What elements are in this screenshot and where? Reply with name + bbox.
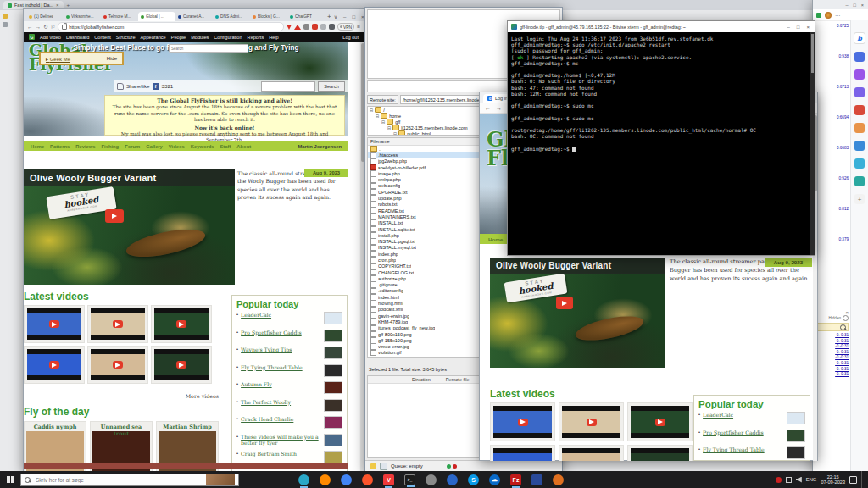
fly-card-title[interactable]: Unnamed sea trout (92, 424, 150, 431)
sidebar-icon[interactable] (854, 52, 865, 62)
taskbar-app-icon[interactable] (447, 474, 458, 485)
vpn-badge[interactable]: VPN (337, 23, 354, 30)
sidebar-icon[interactable] (854, 158, 865, 169)
site-search-input[interactable] (261, 81, 315, 92)
terminal-output[interactable]: Last login: Thu Aug 24 11:36:17 2023 fro… (508, 32, 810, 255)
article-title[interactable]: Olive Wooly Bugger Variant (490, 258, 665, 274)
nav-username[interactable]: Martin Joergensen (298, 144, 342, 149)
admin-menu-item[interactable]: Structure (116, 35, 136, 40)
reload-icon[interactable]: ↻ (43, 24, 47, 30)
popular-link[interactable]: Fly Tying Thread Table (241, 364, 321, 371)
queue-remote-file-header[interactable]: Remote file (446, 377, 470, 382)
taskbar-app-icon[interactable] (362, 474, 373, 485)
taskbar-app-icon[interactable] (553, 474, 564, 485)
url-input[interactable] (69, 25, 280, 30)
tray-app-icon[interactable] (776, 477, 782, 483)
timestamp-link[interactable]: -0.-0:31 (815, 333, 849, 339)
sidebar-icon[interactable] (854, 69, 865, 80)
menu-icon[interactable]: ≡ (357, 24, 360, 30)
admin-menu-item[interactable]: Help (269, 35, 279, 40)
video-thumbnail[interactable] (151, 346, 212, 384)
camera-extension-icon[interactable] (303, 24, 309, 30)
bookmark-icon[interactable]: ⚐ (50, 24, 55, 30)
link-fragment[interactable]: 0:6683 (815, 146, 849, 150)
taskbar-app-icon[interactable] (298, 474, 309, 485)
extension-icon[interactable] (816, 13, 821, 18)
clock[interactable]: 22:15 07-09-2023 (821, 474, 845, 485)
back-icon[interactable]: ← (485, 105, 491, 111)
terminal-scrollbar[interactable] (810, 32, 815, 255)
video-thumbnail[interactable] (559, 445, 624, 461)
video-thumbnail[interactable] (490, 445, 555, 461)
nav-item[interactable]: About (236, 144, 251, 149)
play-button[interactable] (556, 297, 573, 309)
video-thumbnail[interactable] (151, 305, 212, 343)
browser-tab[interactable]: Virksomhe... (64, 12, 101, 21)
play-icon[interactable] (655, 461, 665, 462)
taskbar-search[interactable] (20, 474, 239, 486)
video-thumbnail[interactable] (87, 346, 148, 384)
popular-link[interactable]: Crack Head Charlie (241, 416, 321, 423)
nav-item[interactable]: Fishing (102, 144, 120, 149)
volume-icon[interactable] (796, 477, 802, 483)
browser-tab[interactable]: Global | ... (138, 12, 175, 21)
nav-item[interactable]: Gallery (146, 144, 163, 149)
new-tab-icon[interactable]: + (67, 3, 70, 8)
article-image[interactable]: STAY hooked AHREXHOOKS.COM Olive Wooly B… (490, 258, 665, 368)
panel-caret-icon[interactable]: ∨ (334, 14, 337, 19)
terminal-titlebar[interactable]: gff-linode.tlp - gff_admin@45.79.165.135… (508, 21, 815, 32)
forward-icon[interactable]: → (496, 105, 502, 111)
action-center-icon[interactable] (849, 476, 857, 484)
minimize-button[interactable]: – (343, 14, 346, 19)
scrollbar-thumb[interactable] (811, 34, 814, 73)
shield-icon[interactable] (287, 25, 292, 30)
admin-menu-item[interactable]: Add video (40, 35, 61, 40)
timestamp-link[interactable]: -0.-0:31 (815, 344, 849, 350)
play-icon[interactable] (655, 419, 665, 426)
video-thumbnail[interactable] (559, 402, 624, 441)
video-thumbnail[interactable] (490, 402, 555, 441)
sidebar-icon[interactable] (854, 141, 865, 151)
popular-item[interactable]: Pro Sportfisher Caddis (698, 430, 805, 445)
taskbar-app-icon[interactable] (341, 474, 352, 485)
popular-item[interactable]: Autumn Fly (236, 381, 342, 396)
taskbar-app-icon[interactable] (426, 474, 437, 485)
admin-menu-item[interactable]: Configuration (214, 35, 242, 40)
play-icon[interactable] (113, 320, 123, 328)
clock-extension-icon[interactable] (329, 24, 335, 30)
admin-menu-item[interactable]: Content (94, 35, 111, 40)
sidebar-icon[interactable] (854, 123, 865, 133)
close-icon[interactable]: × (56, 3, 59, 8)
popular-item[interactable]: Wayne's Tying Tips (236, 347, 342, 362)
admin-menu-item[interactable]: Reports (248, 35, 264, 40)
queue-direction-header[interactable]: Direction (412, 377, 431, 382)
search-button[interactable]: Search (318, 81, 345, 92)
search-highlight-image[interactable] (206, 474, 235, 485)
admin-menu-item[interactable]: Dashboard (66, 35, 89, 40)
popular-item[interactable]: Fly Tying Thread Table (698, 446, 805, 461)
adblock-extension-icon[interactable] (312, 24, 318, 30)
video-thumbnail[interactable] (627, 402, 693, 441)
timestamp-link[interactable]: -0.-0:31 (815, 355, 849, 361)
popular-link[interactable]: Autumn Fly (241, 381, 321, 388)
popular-link[interactable]: LeaderCalc (241, 312, 321, 319)
popular-link[interactable]: LeaderCalc (703, 412, 784, 419)
article-image[interactable]: STAY hooked AHREXHOOKS.COM Olive Wooly B… (24, 169, 235, 285)
gear-icon[interactable] (843, 315, 849, 321)
video-thumbnail[interactable] (24, 346, 85, 384)
popular-item[interactable]: The Perfect Woolly (236, 399, 342, 414)
nav-item[interactable]: Reviews (75, 144, 95, 149)
taskbar-app-icon[interactable]: Fz (510, 474, 521, 485)
popular-item[interactable]: Fly Tying Thread Table (236, 364, 342, 380)
nav-item[interactable]: Patterns (50, 144, 70, 149)
timestamp-link[interactable]: -0.-0:31 (815, 361, 849, 367)
article-title[interactable]: Olive Wooly Bugger Variant (24, 169, 235, 186)
play-icon[interactable] (176, 320, 186, 328)
language-indicator[interactable]: ENG (806, 477, 817, 482)
sidebar-icon[interactable] (854, 105, 865, 115)
link-fragment[interactable]: 0:379 (815, 237, 849, 241)
back-icon[interactable]: ← (27, 24, 33, 30)
video-thumbnail[interactable] (627, 445, 693, 461)
admin-menu-item[interactable]: Modules (191, 35, 209, 40)
logout-link[interactable]: Log out (342, 35, 359, 40)
